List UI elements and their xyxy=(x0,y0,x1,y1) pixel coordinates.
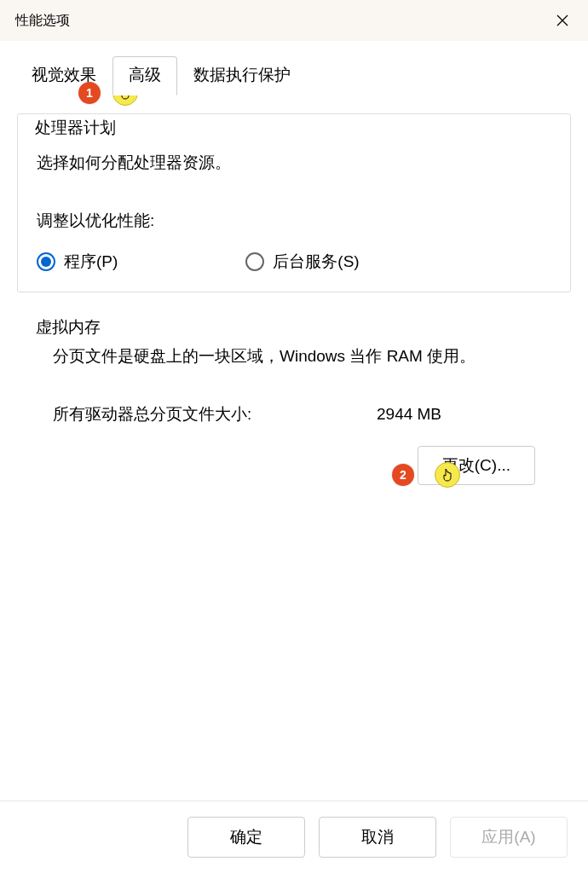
radio-programs[interactable]: 程序(P) xyxy=(37,251,118,273)
tab-content: 处理器计划 选择如何分配处理器资源。 调整以优化性能: 程序(P) 后台服务(S… xyxy=(0,113,588,504)
processor-scheduling-title: 处理器计划 xyxy=(35,117,121,139)
virtual-memory-desc: 分页文件是硬盘上的一块区域，Windows 当作 RAM 使用。 xyxy=(53,345,535,367)
window-title: 性能选项 xyxy=(15,12,70,30)
scheduling-radio-row: 程序(P) 后台服务(S) xyxy=(37,251,551,273)
titlebar: 性能选项 xyxy=(0,0,588,41)
annotation-step-1: 1 xyxy=(78,82,101,104)
paging-size-label: 所有驱动器总分页文件大小: xyxy=(53,403,377,425)
annotation-step-2: 2 xyxy=(392,464,414,486)
radio-icon xyxy=(37,252,55,271)
change-button-row: 更改(C)... xyxy=(53,446,535,485)
radio-icon xyxy=(245,252,264,271)
adjust-for-label: 调整以优化性能: xyxy=(37,210,551,232)
dialog-footer: 确定 取消 应用(A) xyxy=(0,801,588,873)
paging-size-value: 2944 MB xyxy=(377,405,441,424)
close-button[interactable] xyxy=(537,0,588,41)
tab-dep[interactable]: 数据执行保护 xyxy=(177,56,307,95)
tab-advanced[interactable]: 高级 xyxy=(112,56,177,95)
radio-background-label: 后台服务(S) xyxy=(273,251,359,273)
pointer-icon xyxy=(441,468,453,482)
paging-size-row: 所有驱动器总分页文件大小: 2944 MB xyxy=(53,403,535,425)
processor-scheduling-desc: 选择如何分配处理器资源。 xyxy=(37,152,551,174)
virtual-memory-group: 分页文件是硬盘上的一块区域，Windows 当作 RAM 使用。 所有驱动器总分… xyxy=(34,345,554,504)
virtual-memory-title: 虚拟内存 xyxy=(36,316,571,338)
radio-background-services[interactable]: 后台服务(S) xyxy=(245,251,359,273)
radio-programs-label: 程序(P) xyxy=(64,251,118,273)
ok-button[interactable]: 确定 xyxy=(187,817,305,858)
processor-scheduling-group: 处理器计划 选择如何分配处理器资源。 调整以优化性能: 程序(P) 后台服务(S… xyxy=(17,113,571,292)
close-icon xyxy=(556,14,569,27)
cancel-button[interactable]: 取消 xyxy=(319,817,436,858)
apply-button: 应用(A) xyxy=(450,817,568,858)
cursor-indicator-2 xyxy=(435,462,460,488)
